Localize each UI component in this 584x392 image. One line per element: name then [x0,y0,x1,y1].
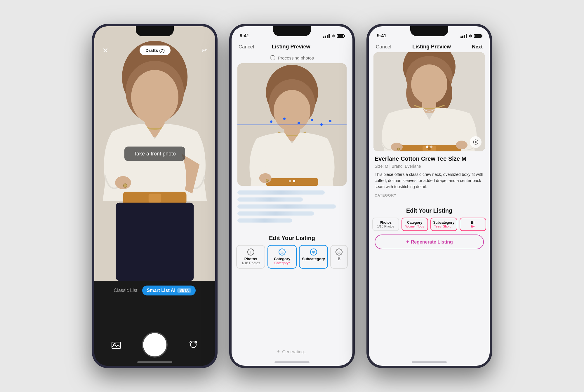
nav-title-3: Listing Preview [412,44,451,50]
tab-subcategory-2[interactable]: ⊕ Subcategory [299,245,328,269]
gallery-button[interactable] [109,337,124,352]
ltab-photos-label: Photos [380,220,392,225]
svg-point-36 [475,141,477,143]
camera-controls: Classic List Smart List AI BETA [94,281,215,366]
svg-point-8 [115,176,131,189]
svg-point-32 [391,143,403,151]
flip-camera-button[interactable] [186,337,201,352]
shutter-button[interactable] [143,333,166,356]
tab-more-label-2: B [338,257,340,261]
camera-viewfinder: Take a front photo [94,26,215,281]
battery-icon-3 [474,34,482,38]
home-indicator-2 [274,361,310,363]
spinner-icon [270,55,275,60]
svg-point-20 [266,179,268,181]
skeleton-line-2 [237,197,303,202]
next-button-3[interactable]: Next [472,44,483,50]
svg-point-27 [411,64,447,104]
nav-bar-3: Cancel Listing Preview Next [369,41,490,52]
ltab-brand[interactable]: Br Ev [460,218,486,231]
camera-top-bar: ✕ Drafts (7) ✂ [94,41,215,59]
svg-rect-10 [112,342,121,349]
edit-listing-title-3: Edit Your Listing [369,203,490,218]
phone-listing: 9:41 ⊜ Cancel Listing Preview Next [366,24,492,368]
listing-tabs-2: ↓ Photos 1/16 Photos ⊕ Category Category… [232,245,352,269]
edit-listing-title-2: Edit Your Listing [232,230,352,245]
status-time-3: 9:41 [377,33,386,38]
tab-more-icon-2: ⊕ [336,249,343,256]
ltab-category[interactable]: Category Women Tops [402,218,428,231]
processing-text: Processing photos [278,55,314,60]
listing-info: Everlane Cotton Crew Tee Size M Size: M … [369,151,490,203]
notch-camera [136,26,174,36]
ltab-photos-sublabel: 1/16 Photos [377,225,394,228]
preview-photo-2 [237,63,347,186]
svg-point-3 [131,70,178,125]
ltab-photos[interactable]: Photos 1/16 Photos [372,218,399,231]
svg-point-19 [259,173,272,183]
smart-mode-button[interactable]: Smart List AI BETA [142,286,196,295]
generating-bar: ✦ Generating... [232,349,352,354]
ltab-category-sublabel: Women Tops [405,225,424,228]
cancel-button-3[interactable]: Cancel [376,44,391,50]
tab-category-2[interactable]: ⊕ Category Category* [267,245,296,269]
listing-meta: Size: M | Brand: Everlane [375,164,484,169]
ltab-subcategory[interactable]: Subcategory Tees- Short... [430,218,457,231]
signal-icon-2 [323,34,330,38]
ltab-subcategory-sublabel: Tees- Short... [434,225,453,228]
battery-icon-2 [337,34,344,38]
home-indicator-3 [412,361,447,363]
processing-header: Processing photos [232,52,352,63]
regenerate-button[interactable]: ✦ Regenerate Listing [375,235,484,249]
status-icons-2: ⊜ [323,34,344,38]
listing-title: Everlane Cotton Crew Tee Size M [375,155,484,162]
beta-badge: BETA [177,288,191,293]
tab-more-2[interactable]: ⊕ B [330,245,348,269]
photo-dot-2 [293,180,295,182]
cancel-button-2[interactable]: Cancel [239,44,254,50]
listing-image [373,52,485,151]
classic-mode-label[interactable]: Classic List [114,288,138,293]
skeleton-line-5 [237,218,292,223]
status-time-2: 9:41 [240,33,249,38]
phone-processing: 9:41 ⊜ Cancel Listing Preview [229,24,355,368]
category-label: CATEGORY [375,193,484,197]
listing-tabs-3: Photos 1/16 Photos Category Women Tops S… [369,218,490,231]
phone-camera: Take a front photo ✕ Drafts (7) ✂ Classi… [92,24,218,368]
shutter-row [94,333,215,356]
svg-rect-7 [116,203,194,281]
svg-point-34 [456,141,467,149]
status-icons-3: ⊜ [460,34,482,38]
svg-rect-6 [149,194,161,203]
generating-text: Generating... [282,349,307,354]
ltab-category-label: Category [407,220,422,225]
drafts-badge[interactable]: Drafts (7) [140,46,171,55]
sparkle-icon: ✦ [277,349,280,354]
tab-photos-2[interactable]: ↓ Photos 1/16 Photos [236,245,265,269]
svg-point-33 [397,148,400,150]
skeleton-loading [232,186,352,230]
scissors-button[interactable]: ✂ [202,47,207,54]
svg-point-9 [124,184,127,187]
tab-category-label-2: Category [274,257,290,261]
photo-indicators-2 [289,180,295,182]
close-button[interactable]: ✕ [102,46,108,55]
skeleton-line-4 [237,211,314,216]
photo-dot-1 [289,180,291,182]
ltab-brand-sublabel: Ev [471,225,475,228]
ltab-subcategory-label: Subcategory [433,220,454,225]
nav-bar-2: Cancel Listing Preview [232,41,352,52]
listing-description: This piece offers a classic crew neck, o… [375,172,484,190]
smart-mode-label: Smart List AI [147,288,175,293]
home-indicator-1 [137,361,172,363]
tab-subcategory-label-2: Subcategory [302,257,325,261]
listing-photo-dots [426,146,432,148]
camera-corner-button[interactable] [470,136,482,148]
wifi-icon-2: ⊜ [331,34,335,38]
notch-processing [273,26,311,36]
tab-subcategory-icon-2: ⊕ [310,249,317,256]
scan-dots [237,115,347,132]
ltab-brand-label: Br [471,220,475,225]
svg-rect-28 [422,100,436,113]
screen-listing: 9:41 ⊜ Cancel Listing Preview Next [369,26,490,366]
